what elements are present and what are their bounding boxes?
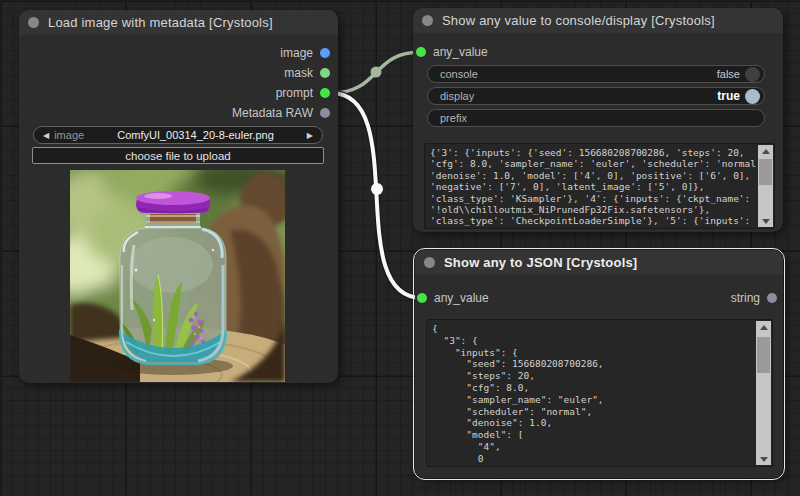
field-label: prefix: [440, 112, 760, 124]
slot-dot-icon[interactable]: [320, 108, 330, 118]
input-slot-any-value[interactable]: any_value: [416, 44, 488, 60]
slot-dot-icon[interactable]: [416, 47, 426, 57]
slot-dot-icon[interactable]: [320, 68, 330, 78]
output-slot-metadata-raw[interactable]: Metadata RAW: [232, 105, 330, 121]
toggle-value: false: [717, 68, 740, 80]
node-titlebar[interactable]: Show any to JSON [Crystools]: [415, 250, 783, 275]
slot-label: prompt: [276, 86, 313, 100]
slot-label: any_value: [434, 291, 489, 305]
collapse-dot-icon[interactable]: [422, 15, 433, 26]
json-output-textarea[interactable]: { "3": { "inputs": { "seed": 15668020870…: [426, 319, 773, 467]
console-output-textarea[interactable]: {'3': {'inputs': {'seed': 15668020870028…: [424, 143, 775, 229]
slot-dot-icon[interactable]: [417, 293, 427, 303]
output-slot-string[interactable]: string: [731, 290, 777, 306]
scroll-down-icon[interactable]: [758, 215, 773, 227]
prefix-field[interactable]: prefix: [427, 109, 765, 127]
node-show-any-console[interactable]: Show any value to console/display [Cryst…: [413, 8, 783, 232]
link-midpoint-dot[interactable]: [371, 183, 383, 195]
output-slot-mask[interactable]: mask: [284, 65, 330, 81]
node-title: Show any value to console/display [Cryst…: [442, 13, 715, 28]
choose-file-button[interactable]: choose file to upload: [32, 147, 324, 164]
output-slot-prompt[interactable]: prompt: [276, 85, 330, 101]
slot-dot-icon[interactable]: [320, 48, 330, 58]
slot-dot-icon[interactable]: [320, 88, 330, 98]
scrollbar[interactable]: [758, 145, 773, 227]
toggle-label: display: [440, 90, 717, 102]
combo-label: image: [54, 129, 84, 141]
scrollbar[interactable]: [756, 321, 771, 465]
slot-label: mask: [284, 66, 313, 80]
slot-dot-icon[interactable]: [767, 293, 777, 303]
node-load-image-with-metadata[interactable]: Load image with metadata [Crystools] ima…: [19, 10, 338, 383]
node-title: Show any to JSON [Crystools]: [444, 255, 637, 270]
image-preview: [70, 170, 285, 382]
image-combo-widget[interactable]: ◀ image ComfyUI_00314_20-8-euler.png ▶: [33, 126, 323, 144]
node-title: Load image with metadata [Crystools]: [48, 15, 273, 30]
json-output-text: { "3": { "inputs": { "seed": 15668020870…: [432, 323, 754, 464]
collapse-dot-icon[interactable]: [424, 257, 435, 268]
graph-canvas[interactable]: Load image with metadata [Crystools] ima…: [0, 0, 800, 496]
toggle-knob[interactable]: [745, 89, 760, 104]
slot-label: image: [280, 46, 313, 60]
jar-photo: [70, 170, 285, 382]
console-output-text: {'3': {'inputs': {'seed': 15668020870028…: [430, 147, 756, 226]
input-slot-any-value[interactable]: any_value: [417, 290, 489, 306]
combo-prev-icon[interactable]: ◀: [43, 131, 49, 140]
slot-label: string: [731, 291, 760, 305]
node-titlebar[interactable]: Load image with metadata [Crystools]: [19, 10, 338, 35]
output-slot-image[interactable]: image: [280, 45, 330, 61]
console-toggle[interactable]: console false: [427, 65, 765, 83]
toggle-value: true: [717, 89, 740, 103]
wire-prompt-to-json[interactable]: [331, 93, 422, 298]
combo-value: ComfyUI_00314_20-8-euler.png: [84, 129, 307, 141]
scroll-down-icon[interactable]: [756, 453, 771, 465]
slot-label: Metadata RAW: [232, 106, 313, 120]
combo-next-icon[interactable]: ▶: [307, 131, 313, 140]
display-toggle[interactable]: display true: [427, 87, 765, 105]
scroll-thumb[interactable]: [759, 159, 772, 185]
scroll-up-icon[interactable]: [756, 321, 771, 333]
toggle-knob[interactable]: [745, 67, 760, 82]
link-midpoint-dot[interactable]: [371, 67, 382, 78]
slot-label: any_value: [433, 45, 488, 59]
scroll-thumb[interactable]: [757, 337, 770, 373]
toggle-label: console: [440, 68, 717, 80]
collapse-dot-icon[interactable]: [28, 17, 39, 28]
node-titlebar[interactable]: Show any value to console/display [Cryst…: [413, 8, 783, 33]
scroll-up-icon[interactable]: [758, 145, 773, 157]
node-show-any-json[interactable]: Show any to JSON [Crystools] any_value s…: [415, 250, 783, 478]
